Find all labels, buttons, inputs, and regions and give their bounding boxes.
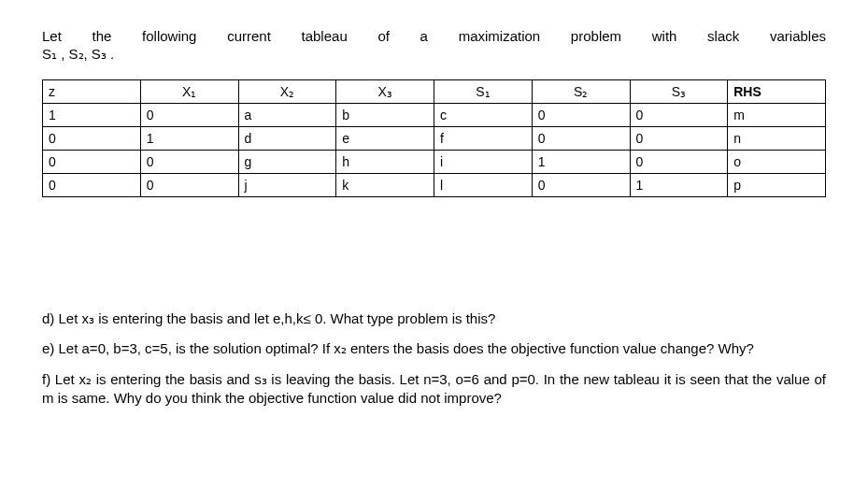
- cell: 1: [630, 174, 728, 197]
- hdr-s2: S₂: [532, 80, 630, 104]
- question-e: e) Let a=0, b=3, c=5, is the solution op…: [42, 339, 826, 358]
- table-row: 0 1 d e f 0 0 n: [43, 127, 826, 151]
- cell: 0: [630, 127, 728, 151]
- questions-block: d) Let x₃ is entering the basis and let …: [42, 309, 826, 408]
- cell: 0: [43, 127, 141, 151]
- cell: 1: [532, 151, 630, 174]
- cell: 0: [43, 174, 141, 197]
- cell: 0: [532, 104, 630, 127]
- cell: n: [728, 127, 826, 151]
- cell: j: [238, 174, 336, 197]
- cell: i: [434, 151, 533, 174]
- cell: g: [238, 151, 336, 174]
- cell: h: [336, 151, 434, 174]
- cell: 0: [532, 174, 630, 197]
- cell: b: [336, 104, 434, 127]
- table-row: 1 0 a b c 0 0 m: [43, 104, 826, 127]
- intro-line1: Let the following current tableau of a m…: [42, 28, 826, 44]
- cell: 0: [630, 151, 728, 174]
- hdr-x3: X₃: [336, 80, 434, 104]
- cell: 0: [630, 104, 728, 127]
- question-f: f) Let x₂ is entering the basis and s₃ i…: [42, 370, 826, 409]
- table-row: 0 0 j k l 0 1 p: [43, 174, 826, 197]
- cell: 1: [43, 104, 141, 127]
- cell: o: [728, 151, 826, 174]
- hdr-s1: S₁: [434, 80, 533, 104]
- cell: 0: [140, 104, 238, 127]
- intro-line2: S₁ , S₂, S₃ .: [42, 46, 826, 63]
- cell: a: [238, 104, 336, 127]
- cell: k: [336, 174, 434, 197]
- cell: 0: [140, 174, 238, 197]
- cell: p: [728, 174, 826, 197]
- cell: 0: [532, 127, 630, 151]
- cell: 0: [140, 151, 238, 174]
- hdr-x2: X₂: [238, 80, 336, 104]
- hdr-rhs: RHS: [728, 80, 826, 104]
- table-row: 0 0 g h i 1 0 o: [43, 151, 826, 174]
- cell: 0: [43, 151, 141, 174]
- cell: d: [238, 127, 336, 151]
- cell: 1: [140, 127, 238, 151]
- cell: f: [434, 127, 533, 151]
- cell: e: [336, 127, 434, 151]
- cell: m: [728, 104, 826, 127]
- question-d: d) Let x₃ is entering the basis and let …: [42, 309, 826, 328]
- hdr-z: z: [43, 80, 141, 104]
- table-header-row: z X₁ X₂ X₃ S₁ S₂ S₃ RHS: [43, 80, 826, 104]
- cell: c: [434, 104, 533, 127]
- tableau-table: z X₁ X₂ X₃ S₁ S₂ S₃ RHS 1 0 a b c 0 0 m …: [42, 79, 826, 197]
- hdr-s3: S₃: [630, 80, 728, 104]
- cell: l: [434, 174, 533, 197]
- hdr-x1: X₁: [140, 80, 238, 104]
